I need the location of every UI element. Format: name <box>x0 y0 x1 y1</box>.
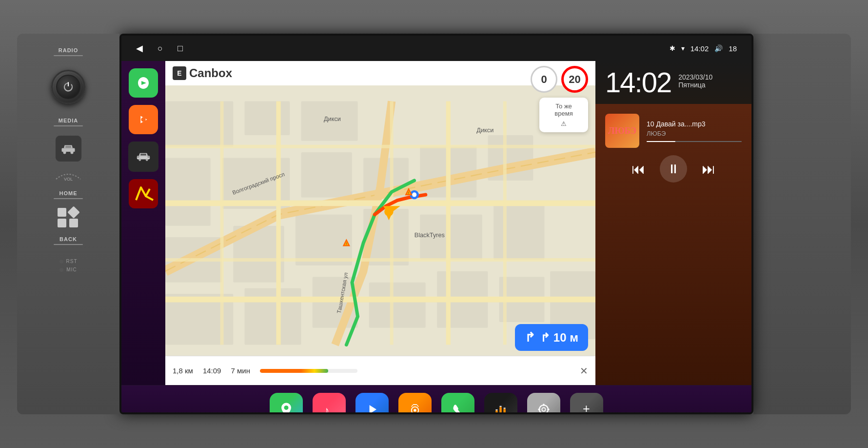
rst-dot <box>59 260 63 264</box>
back-label: BACK <box>59 236 77 242</box>
svg-rect-61 <box>413 404 417 405</box>
add-app[interactable]: + + <box>570 393 603 415</box>
radio-svg <box>406 401 424 415</box>
nav-turn-instruction: ↱ ↱ 10 м <box>515 324 588 351</box>
svg-rect-19 <box>165 158 211 226</box>
svg-text:+: + <box>583 402 590 414</box>
map-area[interactable]: Дикси Дикси Волгоградский просп Ташкентс… <box>165 61 595 385</box>
grid-sq3 <box>69 219 78 227</box>
right-outer-panel <box>753 34 851 414</box>
volume-arc: VOL <box>54 167 83 182</box>
turn-arrow-icon: ↱ <box>525 330 535 345</box>
radio-app-icon <box>398 393 432 415</box>
current-speed: 0 <box>531 66 557 93</box>
maps-svg <box>277 401 295 415</box>
eta-value: 14:09 <box>203 367 221 375</box>
car-icon-button[interactable] <box>55 135 82 162</box>
svg-rect-4 <box>65 146 71 148</box>
home-nav-icon[interactable]: ○ <box>158 43 163 54</box>
turn-distance-text: ↱ 10 м <box>540 331 578 345</box>
svg-rect-12 <box>137 156 139 157</box>
svg-rect-73 <box>543 404 545 406</box>
next-track-button[interactable]: ⏭ <box>702 161 715 177</box>
map-close-button[interactable]: ✕ <box>580 365 588 377</box>
prev-track-button[interactable]: ⏮ <box>631 161 645 177</box>
svg-rect-21 <box>301 152 352 198</box>
svg-point-53 <box>284 405 289 409</box>
carplay-icon[interactable] <box>129 68 158 98</box>
grid-sq1 <box>58 208 66 217</box>
video-app-icon <box>355 393 389 415</box>
wifi-status-icon: ▾ <box>681 44 685 52</box>
mic-dot <box>59 268 63 272</box>
media-button[interactable]: MEDIA <box>17 114 119 130</box>
svg-rect-13 <box>147 156 149 157</box>
left-panel: RADIO MEDIA <box>17 34 119 414</box>
canbox-logo: E Canbox <box>173 66 232 80</box>
power-knob-inner <box>56 75 80 99</box>
power-icon <box>62 81 74 93</box>
album-art: ЛЮБЭ <box>605 114 639 148</box>
app-sidebar <box>121 61 165 385</box>
lyubeh-label: ЛЮБЭ <box>608 126 636 136</box>
carplay-svg <box>134 73 153 93</box>
mic-row[interactable]: MIC <box>59 267 77 272</box>
video-app[interactable]: Видео <box>355 393 389 415</box>
rst-row[interactable]: RST <box>59 259 78 264</box>
play-pause-button[interactable]: ⏸ <box>660 155 687 183</box>
music-info: ЛЮБЭ 10 Давай за....mp3 ЛЮБЭ <box>605 114 742 148</box>
car-app-icon[interactable] <box>128 142 158 172</box>
top-status: ✱ ▾ 14:02 🔊 18 <box>670 44 737 53</box>
right-info-panel: 14:02 2023/03/10 Пятница ЛЮБЭ <box>595 61 751 385</box>
grid-icon[interactable] <box>58 208 79 227</box>
nav-warning-icon: ⚠ <box>545 120 582 127</box>
bottom-app-bar: Навигация ♪ Музыка Виде <box>121 385 751 414</box>
music-artist: ЛЮБЭ <box>647 130 742 137</box>
settings-app[interactable]: Настройки <box>527 393 560 415</box>
main-area: Дикси Дикси Волгоградский просп Ташкентс… <box>121 61 751 385</box>
rst-label: RST <box>66 259 78 264</box>
power-knob-wrap <box>51 70 85 104</box>
playback-progress <box>647 141 742 142</box>
top-bar: ◀ ○ □ ✱ ▾ 14:02 🔊 18 <box>121 36 751 61</box>
power-knob[interactable] <box>51 70 85 104</box>
svg-rect-69 <box>503 407 506 408</box>
map-stat-eta: 14:09 <box>203 367 221 375</box>
home-line <box>54 198 83 199</box>
distance-value: 1,8 км <box>173 367 193 375</box>
plus-svg: + <box>578 401 595 415</box>
svg-rect-34 <box>369 283 426 328</box>
playback-fill <box>647 141 675 142</box>
clock-date: 2023/03/10 Пятница <box>678 68 712 89</box>
radio-button[interactable]: RADIO <box>17 43 119 60</box>
bluetooth-app[interactable]: Bluetooth <box>441 393 474 415</box>
svg-text:Дикси: Дикси <box>324 115 341 122</box>
car-icon <box>61 142 76 156</box>
recents-nav-icon[interactable]: □ <box>178 43 183 54</box>
home-button[interactable]: HOME <box>17 186 119 203</box>
kaizen-icon[interactable] <box>129 179 158 208</box>
music-sidebar-icon[interactable] <box>129 105 158 134</box>
settings-svg <box>535 401 552 415</box>
route-progress-fill <box>260 369 328 373</box>
svg-point-9 <box>138 159 141 161</box>
radio-app[interactable]: Радио <box>398 393 432 415</box>
music-player: ЛЮБЭ 10 Давай за....mp3 ЛЮБЭ <box>595 104 751 385</box>
navigation-app[interactable]: Навигация <box>270 393 303 415</box>
clock-time: 14:02 <box>605 68 671 97</box>
svg-point-10 <box>146 159 148 161</box>
svg-rect-76 <box>547 408 550 410</box>
media-line <box>54 125 83 126</box>
back-button[interactable]: BACK <box>17 232 119 249</box>
map-bottom-bar: 1,8 км 14:09 7 мин ✕ <box>165 356 595 385</box>
svg-rect-74 <box>543 413 545 414</box>
car-unit: RADIO MEDIA <box>0 0 868 448</box>
back-nav-icon[interactable]: ◀ <box>136 43 143 54</box>
phone-svg <box>449 401 467 415</box>
bluetooth-status-icon: ✱ <box>670 44 675 52</box>
equalizer-app[interactable]: Эквалайзер <box>484 393 517 415</box>
svg-text:♪: ♪ <box>324 404 329 415</box>
music-svg: ♪ <box>320 401 338 415</box>
music-app[interactable]: ♪ Музыка <box>313 393 346 415</box>
nav-text-line2: время <box>545 110 582 117</box>
